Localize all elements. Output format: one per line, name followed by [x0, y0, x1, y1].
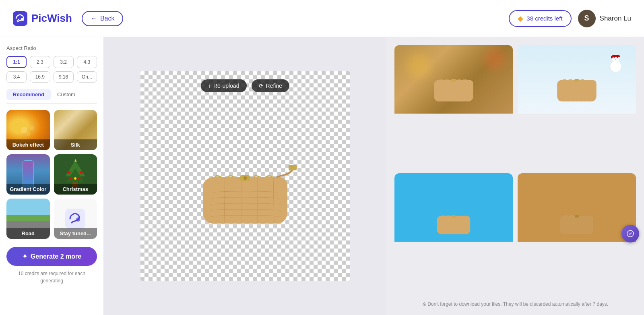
svg-point-12	[78, 178, 80, 180]
reupload-icon: ↑	[208, 83, 211, 89]
stay-tuned-label: Stay tuned...	[54, 228, 97, 239]
style-christmas[interactable]: Christmas	[54, 154, 97, 195]
bokeh-label: Bokeh effect	[6, 139, 50, 150]
silk-label: Silk	[54, 139, 97, 150]
result-card-1[interactable]	[394, 45, 513, 168]
svg-rect-40	[451, 79, 456, 82]
svg-rect-56	[574, 79, 579, 82]
svg-point-9	[80, 171, 83, 174]
results-panel: ※ Don't forget to download your files. T…	[386, 37, 644, 315]
generate-button[interactable]: ✦ Generate 2 more	[6, 247, 97, 266]
styles-grid: Bokeh effect Silk Gradient Color	[6, 110, 97, 239]
canvas-area: ↑ Re-upload ⟳ Refine	[104, 37, 386, 315]
canvas-actions: ↑ Re-upload ⟳ Refine	[201, 79, 289, 92]
result-4-handbag	[547, 193, 607, 238]
canvas-image	[140, 71, 350, 281]
svg-point-8	[68, 171, 70, 174]
result-3-bg	[394, 173, 513, 242]
aspect-ratio-grid: 1:1 2:3 3:2 4:3 3:4 16:9 9:16 Ori...	[6, 56, 97, 83]
ratio-btn-1-1[interactable]: 1:1	[6, 56, 27, 68]
svg-rect-0	[13, 11, 27, 26]
floating-action-button[interactable]	[621, 225, 639, 242]
ratio-btn-3-4[interactable]: 3:4	[6, 71, 27, 83]
reupload-button[interactable]: ↑ Re-upload	[201, 79, 247, 92]
bokeh-decoration	[18, 122, 38, 138]
credits-label: 38 credits left	[526, 15, 562, 22]
avatar: S	[578, 10, 596, 27]
back-button[interactable]: ← Back	[82, 11, 124, 26]
style-bokeh-effect[interactable]: Bokeh effect	[6, 110, 50, 150]
svg-point-11	[70, 178, 72, 180]
style-road[interactable]: Road	[6, 199, 50, 239]
svg-rect-29	[289, 165, 297, 170]
ratio-btn-original[interactable]: Ori...	[77, 71, 97, 83]
result-2-bg	[518, 45, 636, 114]
ratio-btn-4-3[interactable]: 4:3	[77, 56, 97, 68]
back-arrow-icon: ←	[91, 15, 97, 22]
svg-point-10	[74, 177, 76, 180]
generate-note: 10 credits are required for each generat…	[6, 270, 97, 284]
ratio-btn-2-3[interactable]: 2:3	[30, 56, 50, 68]
style-silk[interactable]: Silk	[54, 110, 97, 150]
username-label: Sharon Lu	[600, 15, 631, 23]
result-2-snowman	[608, 51, 624, 77]
header-right: ◆ 38 credits left S Sharon Lu	[509, 10, 631, 27]
result-card-4[interactable]	[518, 173, 636, 296]
gradient-label: Gradient Color	[6, 184, 50, 195]
road-label: Road	[6, 228, 50, 239]
result-card-3[interactable]	[394, 173, 513, 296]
mode-tabs: Recommend Custom	[6, 89, 97, 104]
result-1-bokeh2	[485, 49, 505, 69]
reupload-label: Re-upload	[213, 83, 239, 89]
main-content: Aspect Ratio 1:1 2:3 3:2 4:3 3:4 16:9 9:…	[0, 37, 644, 315]
result-1-handbag	[421, 53, 486, 106]
result-4-bg	[518, 173, 636, 242]
svg-point-28	[244, 176, 247, 180]
result-3-handbag	[423, 193, 484, 238]
handbag-svg	[181, 120, 310, 232]
ratio-btn-16-9[interactable]: 16:9	[30, 71, 50, 83]
svg-rect-71	[575, 215, 578, 218]
refine-icon: ⟳	[259, 83, 264, 89]
credits-icon: ◆	[518, 14, 523, 23]
svg-point-15	[76, 218, 80, 222]
result-2-handbag	[545, 53, 609, 106]
floating-btn-icon	[626, 229, 635, 238]
app-header: PicWish ← Back ◆ 38 credits left S Sharo…	[0, 0, 644, 37]
christmas-label: Christmas	[54, 184, 97, 195]
style-stay-tuned[interactable]: Stay tuned...	[54, 199, 97, 239]
svg-marker-13	[74, 159, 77, 162]
generate-icon: ✦	[22, 253, 27, 260]
back-label: Back	[100, 15, 115, 22]
ratio-btn-3-2[interactable]: 3:2	[54, 56, 74, 68]
generate-label: Generate 2 more	[31, 253, 81, 260]
ratio-btn-9-16[interactable]: 9:16	[54, 71, 74, 83]
logo: PicWish	[13, 11, 72, 26]
aspect-ratio-label: Aspect Ratio	[6, 45, 97, 51]
results-grid	[394, 45, 636, 296]
svg-point-3	[30, 126, 35, 131]
svg-rect-14	[65, 209, 85, 229]
result-note: ※ Don't forget to download your files. T…	[394, 296, 636, 307]
result-card-2[interactable]	[518, 45, 636, 168]
tab-recommend[interactable]: Recommend	[6, 89, 51, 100]
svg-point-2	[21, 127, 27, 133]
svg-rect-64	[452, 215, 455, 218]
svg-rect-47	[611, 56, 613, 58]
sidebar: Aspect Ratio 1:1 2:3 3:2 4:3 3:4 16:9 9:…	[0, 37, 104, 315]
credits-button[interactable]: ◆ 38 credits left	[509, 10, 571, 27]
refine-label: Refine	[266, 83, 282, 89]
svg-point-4	[26, 132, 30, 136]
header-left: PicWish ← Back	[13, 11, 123, 26]
logo-text: PicWish	[31, 12, 72, 25]
svg-point-45	[615, 59, 616, 60]
user-area: S Sharon Lu	[578, 10, 631, 27]
result-1-bg	[394, 45, 513, 114]
tab-custom[interactable]: Custom	[51, 89, 82, 100]
svg-point-42	[610, 61, 621, 72]
canvas-wrapper: ↑ Re-upload ⟳ Refine	[140, 71, 350, 281]
style-gradient-color[interactable]: Gradient Color	[6, 154, 50, 195]
svg-rect-46	[612, 55, 620, 57]
refine-button[interactable]: ⟳ Refine	[252, 79, 289, 92]
logo-icon	[13, 11, 27, 26]
